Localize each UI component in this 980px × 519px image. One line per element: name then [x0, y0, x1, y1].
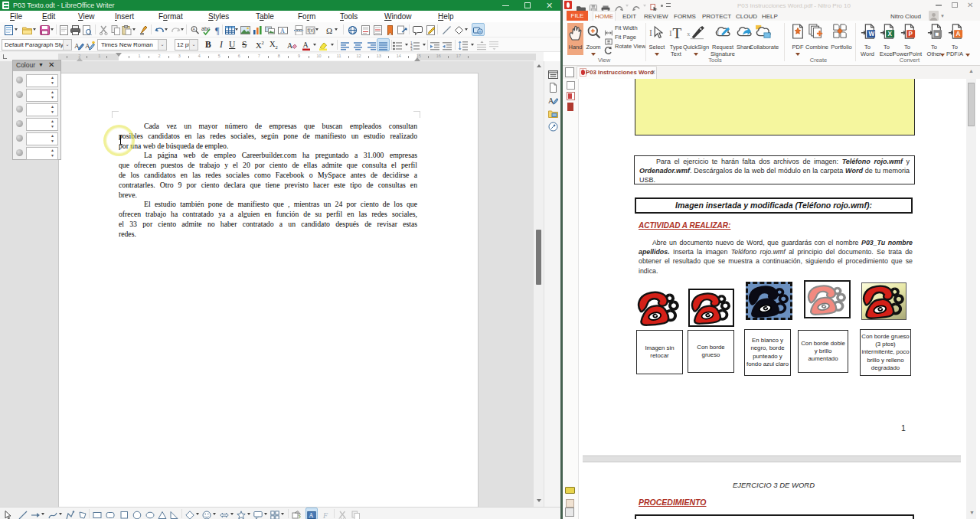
svg-text:W: W [868, 31, 874, 38]
svg-text:I: I [649, 29, 652, 39]
svg-text:A: A [309, 512, 314, 519]
svg-text:3.: 3. [410, 47, 413, 51]
svg-text:A: A [303, 41, 309, 49]
svg-text:A: A [287, 41, 293, 50]
svg-text:x: x [687, 31, 690, 38]
svg-text:■: ■ [935, 31, 939, 38]
svg-text:F: F [322, 511, 328, 519]
svg-text:I: I [669, 29, 672, 38]
svg-text:X: X [887, 31, 892, 38]
svg-text:A: A [956, 31, 960, 38]
svg-text:Ω: Ω [326, 26, 332, 35]
svg-text:f(x): f(x) [308, 28, 315, 34]
svg-text:¶: ¶ [215, 25, 220, 35]
svg-text:T: T [673, 25, 682, 41]
svg-text:A: A [193, 27, 196, 31]
svg-text:A: A [280, 28, 285, 34]
svg-text:P: P [908, 31, 913, 38]
